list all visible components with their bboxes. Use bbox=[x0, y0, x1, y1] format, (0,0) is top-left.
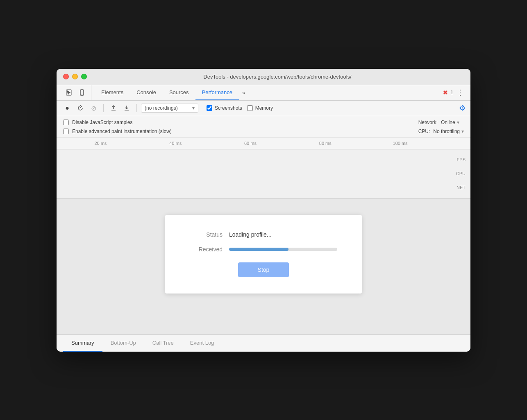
tab-more-btn[interactable]: » bbox=[239, 85, 248, 100]
tab-sources[interactable]: Sources bbox=[163, 85, 195, 100]
recordings-value: (no recordings) bbox=[145, 105, 178, 111]
clear-button[interactable]: ⊘ bbox=[88, 102, 99, 114]
maximize-button[interactable] bbox=[81, 74, 87, 79]
tab-right-area: ✖ 1 ⋮ bbox=[440, 85, 467, 100]
ruler-mark-2: 60 ms bbox=[213, 141, 288, 146]
loading-modal: Status Loading profile... Received Stop bbox=[165, 215, 362, 294]
status-value: Loading profile... bbox=[229, 231, 272, 238]
status-label: Status bbox=[190, 231, 223, 238]
error-indicator: ✖ 1 bbox=[443, 89, 453, 96]
svg-point-2 bbox=[82, 94, 82, 95]
disable-js-label: Disable JavaScript samples bbox=[72, 120, 132, 125]
network-chevron: ▾ bbox=[457, 120, 459, 125]
enable-paint-option: Enable advanced paint instrumentation (s… bbox=[63, 129, 418, 134]
screenshots-checkbox[interactable] bbox=[207, 105, 212, 111]
cpu-chevron: ▾ bbox=[461, 129, 464, 134]
close-button[interactable] bbox=[63, 74, 69, 79]
progress-bar bbox=[229, 248, 337, 251]
bottom-tab-bar: Summary Bottom-Up Call Tree Event Log bbox=[57, 334, 470, 352]
devtools-tab-bar: Elements Console Sources Performance » ✖… bbox=[57, 85, 470, 101]
cpu-label: CPU: bbox=[418, 129, 430, 134]
upload-button[interactable] bbox=[108, 102, 119, 114]
toolbar-divider-2 bbox=[136, 104, 137, 112]
tab-icon-group bbox=[60, 85, 91, 100]
toolbar-divider-1 bbox=[103, 104, 104, 112]
options-left: Disable JavaScript samples Enable advanc… bbox=[63, 120, 418, 134]
minimize-button[interactable] bbox=[72, 74, 78, 79]
fps-label: FPS bbox=[456, 157, 466, 162]
status-row: Status Loading profile... bbox=[190, 231, 337, 238]
traffic-lights bbox=[63, 74, 87, 79]
title-bar: DevTools - developers.google.com/web/too… bbox=[57, 69, 470, 85]
enable-paint-label: Enable advanced paint instrumentation (s… bbox=[72, 129, 172, 134]
network-select[interactable]: Online ▾ bbox=[441, 120, 459, 125]
error-count: 1 bbox=[450, 90, 453, 95]
bottom-empty-area bbox=[57, 310, 470, 334]
ruler-mark-1: 40 ms bbox=[138, 141, 213, 146]
ruler-mark-3: 80 ms bbox=[288, 141, 363, 146]
tab-elements[interactable]: Elements bbox=[95, 85, 130, 100]
disable-js-option: Disable JavaScript samples bbox=[63, 120, 418, 125]
error-icon: ✖ bbox=[443, 89, 448, 96]
cpu-track-label: CPU bbox=[456, 171, 466, 176]
bottom-tab-event-log[interactable]: Event Log bbox=[182, 335, 223, 352]
cpu-value: No throttling bbox=[433, 129, 460, 134]
settings-gear-icon[interactable]: ⚙ bbox=[459, 104, 466, 113]
bottom-tab-bottom-up[interactable]: Bottom-Up bbox=[102, 335, 144, 352]
options-right: Network: Online ▾ CPU: No throttling ▾ bbox=[418, 120, 464, 134]
memory-checkbox-label[interactable]: Memory bbox=[247, 105, 273, 111]
bottom-tab-summary[interactable]: Summary bbox=[63, 335, 102, 352]
timeline-ruler: 20 ms 40 ms 60 ms 80 ms 100 ms bbox=[57, 138, 470, 149]
reload-button[interactable] bbox=[75, 102, 86, 114]
cursor-icon-btn[interactable] bbox=[63, 87, 75, 98]
stop-button[interactable]: Stop bbox=[238, 262, 289, 277]
received-label: Received bbox=[190, 246, 223, 253]
memory-checkbox[interactable] bbox=[247, 105, 253, 111]
ruler-marks: 20 ms 40 ms 60 ms 80 ms 100 ms bbox=[63, 141, 470, 146]
devtools-window: DevTools - developers.google.com/web/too… bbox=[57, 69, 470, 352]
bottom-tab-call-tree[interactable]: Call Tree bbox=[144, 335, 182, 352]
options-row: Disable JavaScript samples Enable advanc… bbox=[57, 116, 470, 138]
cpu-option: CPU: No throttling ▾ bbox=[418, 129, 464, 134]
modal-overlay: Status Loading profile... Received Stop bbox=[57, 199, 470, 310]
ruler-mark-4: 100 ms bbox=[363, 141, 438, 146]
memory-label: Memory bbox=[255, 105, 273, 111]
disable-js-checkbox[interactable] bbox=[63, 120, 69, 125]
download-button[interactable] bbox=[121, 102, 132, 114]
ruler-mark-0: 20 ms bbox=[63, 141, 138, 146]
screenshots-checkbox-label[interactable]: Screenshots bbox=[207, 105, 242, 111]
more-menu-icon[interactable]: ⋮ bbox=[457, 88, 464, 97]
enable-paint-checkbox[interactable] bbox=[63, 129, 69, 134]
network-value: Online bbox=[441, 120, 455, 125]
progress-fill bbox=[229, 248, 288, 251]
tab-console[interactable]: Console bbox=[130, 85, 163, 100]
recordings-dropdown[interactable]: (no recordings) ▾ bbox=[141, 104, 198, 113]
network-label: Network: bbox=[418, 120, 438, 125]
timeline-tracks: FPS CPU NET bbox=[57, 149, 470, 199]
toolbar-right-options: Screenshots Memory bbox=[207, 105, 273, 111]
performance-toolbar: ● ⊘ (no recordings) ▾ Scree bbox=[57, 101, 470, 116]
mobile-icon-btn[interactable] bbox=[76, 87, 88, 98]
record-button[interactable]: ● bbox=[61, 102, 73, 114]
screenshots-label: Screenshots bbox=[215, 105, 242, 111]
tab-performance[interactable]: Performance bbox=[195, 85, 239, 100]
net-label: NET bbox=[456, 185, 466, 190]
network-option: Network: Online ▾ bbox=[418, 120, 459, 125]
received-row: Received bbox=[190, 246, 337, 253]
cpu-select[interactable]: No throttling ▾ bbox=[433, 129, 464, 134]
track-labels: FPS CPU NET bbox=[456, 149, 466, 198]
window-title: DevTools - developers.google.com/web/too… bbox=[91, 74, 464, 80]
recordings-chevron: ▾ bbox=[192, 105, 195, 111]
tab-list: Elements Console Sources Performance » bbox=[95, 85, 440, 100]
